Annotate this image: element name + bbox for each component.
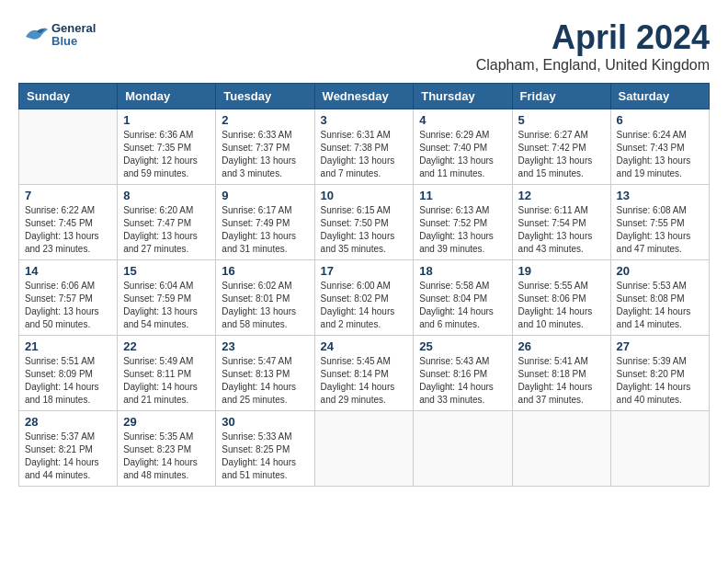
calendar-cell [512, 411, 610, 487]
header-friday: Friday [512, 84, 610, 109]
calendar-cell [610, 411, 709, 487]
day-number: 8 [123, 189, 210, 202]
day-number: 10 [321, 189, 408, 202]
day-info: Sunrise: 5:55 AMSunset: 8:06 PMDaylight:… [518, 280, 605, 331]
calendar-header-row: Sunday Monday Tuesday Wednesday Thursday… [19, 84, 710, 109]
day-number: 14 [25, 264, 111, 278]
calendar-cell: 16Sunrise: 6:02 AMSunset: 8:01 PMDayligh… [216, 260, 314, 336]
calendar-cell: 13Sunrise: 6:08 AMSunset: 7:55 PMDayligh… [610, 185, 709, 260]
day-info: Sunrise: 5:39 AMSunset: 8:20 PMDaylight:… [617, 355, 703, 407]
day-info: Sunrise: 6:27 AMSunset: 7:42 PMDaylight:… [518, 129, 605, 180]
calendar-cell: 8Sunrise: 6:20 AMSunset: 7:47 PMDaylight… [118, 185, 216, 260]
day-number: 24 [321, 339, 408, 353]
day-number: 6 [617, 113, 703, 127]
calendar-cell: 23Sunrise: 5:47 AMSunset: 8:13 PMDayligh… [216, 336, 314, 411]
calendar-cell: 1Sunrise: 6:36 AMSunset: 7:35 PMDaylight… [118, 109, 216, 185]
day-number: 1 [123, 113, 210, 127]
calendar-week-row: 28Sunrise: 5:37 AMSunset: 8:21 PMDayligh… [19, 411, 710, 487]
calendar-cell: 3Sunrise: 6:31 AMSunset: 7:38 PMDaylight… [314, 109, 414, 185]
day-number: 25 [419, 339, 506, 353]
day-info: Sunrise: 6:36 AMSunset: 7:35 PMDaylight:… [123, 129, 210, 180]
calendar-cell: 17Sunrise: 6:00 AMSunset: 8:02 PMDayligh… [314, 260, 414, 336]
calendar-cell [414, 411, 512, 487]
calendar-cell: 14Sunrise: 6:06 AMSunset: 7:57 PMDayligh… [19, 260, 118, 336]
calendar-table: Sunday Monday Tuesday Wednesday Thursday… [18, 83, 710, 487]
calendar-cell: 10Sunrise: 6:15 AMSunset: 7:50 PMDayligh… [314, 185, 414, 260]
calendar-week-row: 14Sunrise: 6:06 AMSunset: 7:57 PMDayligh… [19, 260, 710, 336]
day-number: 12 [518, 189, 605, 202]
calendar-cell: 27Sunrise: 5:39 AMSunset: 8:20 PMDayligh… [610, 336, 709, 411]
calendar-cell: 15Sunrise: 6:04 AMSunset: 7:59 PMDayligh… [118, 260, 216, 336]
calendar-cell: 28Sunrise: 5:37 AMSunset: 8:21 PMDayligh… [19, 411, 118, 487]
day-info: Sunrise: 6:06 AMSunset: 7:57 PMDaylight:… [25, 280, 111, 331]
header-wednesday: Wednesday [314, 84, 414, 109]
calendar-cell: 2Sunrise: 6:33 AMSunset: 7:37 PMDaylight… [216, 109, 314, 185]
day-number: 5 [518, 113, 605, 127]
day-info: Sunrise: 6:22 AMSunset: 7:45 PMDaylight:… [25, 204, 111, 256]
day-number: 28 [25, 415, 111, 429]
calendar-cell: 7Sunrise: 6:22 AMSunset: 7:45 PMDaylight… [19, 185, 118, 260]
day-number: 23 [222, 339, 308, 353]
day-number: 2 [222, 113, 308, 127]
calendar-cell: 22Sunrise: 5:49 AMSunset: 8:11 PMDayligh… [118, 336, 216, 411]
calendar-cell: 25Sunrise: 5:43 AMSunset: 8:16 PMDayligh… [414, 336, 512, 411]
day-number: 17 [321, 264, 408, 278]
day-number: 21 [25, 339, 111, 353]
day-info: Sunrise: 6:15 AMSunset: 7:50 PMDaylight:… [321, 204, 408, 256]
page-header: General Blue April 2024 Clapham, England… [18, 18, 710, 74]
calendar-cell [314, 411, 414, 487]
day-info: Sunrise: 6:24 AMSunset: 7:43 PMDaylight:… [617, 129, 703, 180]
calendar-cell: 12Sunrise: 6:11 AMSunset: 7:54 PMDayligh… [512, 185, 610, 260]
calendar-cell: 5Sunrise: 6:27 AMSunset: 7:42 PMDaylight… [512, 109, 610, 185]
day-number: 4 [419, 113, 506, 127]
title-area: April 2024 Clapham, England, United King… [476, 18, 710, 74]
logo-general: General [51, 22, 96, 35]
day-info: Sunrise: 6:08 AMSunset: 7:55 PMDaylight:… [617, 204, 703, 256]
day-info: Sunrise: 6:13 AMSunset: 7:52 PMDaylight:… [419, 204, 506, 256]
calendar-cell: 19Sunrise: 5:55 AMSunset: 8:06 PMDayligh… [512, 260, 610, 336]
header-tuesday: Tuesday [216, 84, 314, 109]
day-info: Sunrise: 5:47 AMSunset: 8:13 PMDaylight:… [222, 355, 308, 407]
header-sunday: Sunday [19, 84, 118, 109]
day-info: Sunrise: 6:33 AMSunset: 7:37 PMDaylight:… [222, 129, 308, 180]
logo-icon [18, 18, 51, 52]
calendar-cell: 4Sunrise: 6:29 AMSunset: 7:40 PMDaylight… [414, 109, 512, 185]
calendar-week-row: 7Sunrise: 6:22 AMSunset: 7:45 PMDaylight… [19, 185, 710, 260]
day-number: 29 [123, 415, 210, 429]
day-info: Sunrise: 5:53 AMSunset: 8:08 PMDaylight:… [617, 280, 703, 331]
day-number: 19 [518, 264, 605, 278]
day-number: 16 [222, 264, 308, 278]
day-info: Sunrise: 5:45 AMSunset: 8:14 PMDaylight:… [321, 355, 408, 407]
day-number: 18 [419, 264, 506, 278]
day-info: Sunrise: 6:29 AMSunset: 7:40 PMDaylight:… [419, 129, 506, 180]
calendar-cell: 24Sunrise: 5:45 AMSunset: 8:14 PMDayligh… [314, 336, 414, 411]
location: Clapham, England, United Kingdom [476, 57, 710, 74]
day-info: Sunrise: 6:04 AMSunset: 7:59 PMDaylight:… [123, 280, 210, 331]
calendar-cell: 6Sunrise: 6:24 AMSunset: 7:43 PMDaylight… [610, 109, 709, 185]
month-title: April 2024 [476, 18, 710, 57]
day-number: 9 [222, 189, 308, 202]
calendar-cell: 18Sunrise: 5:58 AMSunset: 8:04 PMDayligh… [414, 260, 512, 336]
day-number: 27 [617, 339, 703, 353]
logo-blue: Blue [51, 35, 96, 48]
calendar-cell: 29Sunrise: 5:35 AMSunset: 8:23 PMDayligh… [118, 411, 216, 487]
day-number: 30 [222, 415, 308, 429]
day-info: Sunrise: 6:11 AMSunset: 7:54 PMDaylight:… [518, 204, 605, 256]
day-info: Sunrise: 5:35 AMSunset: 8:23 PMDaylight:… [123, 431, 210, 482]
day-number: 20 [617, 264, 703, 278]
day-info: Sunrise: 5:41 AMSunset: 8:18 PMDaylight:… [518, 355, 605, 407]
calendar-cell: 30Sunrise: 5:33 AMSunset: 8:25 PMDayligh… [216, 411, 314, 487]
calendar-week-row: 1Sunrise: 6:36 AMSunset: 7:35 PMDaylight… [19, 109, 710, 185]
day-info: Sunrise: 5:58 AMSunset: 8:04 PMDaylight:… [419, 280, 506, 331]
calendar-week-row: 21Sunrise: 5:51 AMSunset: 8:09 PMDayligh… [19, 336, 710, 411]
day-info: Sunrise: 6:02 AMSunset: 8:01 PMDaylight:… [222, 280, 308, 331]
day-number: 13 [617, 189, 703, 202]
day-number: 3 [321, 113, 408, 127]
day-info: Sunrise: 5:37 AMSunset: 8:21 PMDaylight:… [25, 431, 111, 482]
day-info: Sunrise: 6:17 AMSunset: 7:49 PMDaylight:… [222, 204, 308, 256]
day-info: Sunrise: 6:20 AMSunset: 7:47 PMDaylight:… [123, 204, 210, 256]
day-info: Sunrise: 5:33 AMSunset: 8:25 PMDaylight:… [222, 431, 308, 482]
day-info: Sunrise: 5:49 AMSunset: 8:11 PMDaylight:… [123, 355, 210, 407]
day-info: Sunrise: 5:43 AMSunset: 8:16 PMDaylight:… [419, 355, 506, 407]
header-saturday: Saturday [610, 84, 709, 109]
